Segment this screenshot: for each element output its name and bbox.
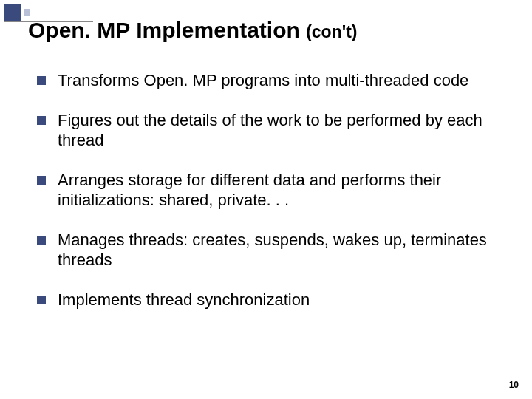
list-item: Implements thread synchronization xyxy=(37,290,502,310)
list-item-text: Arranges storage for different data and … xyxy=(58,170,502,211)
list-item: Transforms Open. MP programs into multi-… xyxy=(37,70,502,91)
bullet-icon xyxy=(37,176,46,185)
list-item: Arranges storage for different data and … xyxy=(37,170,502,211)
slide-body: Transforms Open. MP programs into multi-… xyxy=(37,70,502,329)
list-item-text: Transforms Open. MP programs into multi-… xyxy=(58,70,502,91)
title-main: Open. MP Implementation xyxy=(28,18,306,42)
list-item: Manages threads: creates, suspends, wake… xyxy=(37,230,502,270)
bullet-icon xyxy=(37,236,46,245)
decor-square-large xyxy=(4,4,21,21)
list-item-text: Manages threads: creates, suspends, wake… xyxy=(58,230,502,270)
list-item: Figures out the details of the work to b… xyxy=(37,110,502,151)
slide-title: Open. MP Implementation (con't) xyxy=(28,18,510,43)
list-item-text: Implements thread synchronization xyxy=(58,290,502,310)
decor-square-small xyxy=(24,9,30,16)
page-number: 10 xyxy=(509,380,519,390)
bullet-icon xyxy=(37,76,46,85)
bullet-icon xyxy=(37,116,46,125)
list-item-text: Figures out the details of the work to b… xyxy=(58,110,502,151)
slide: Open. MP Implementation (con't) Transfor… xyxy=(0,0,532,399)
bullet-icon xyxy=(37,296,46,304)
title-sub: (con't) xyxy=(306,22,357,41)
